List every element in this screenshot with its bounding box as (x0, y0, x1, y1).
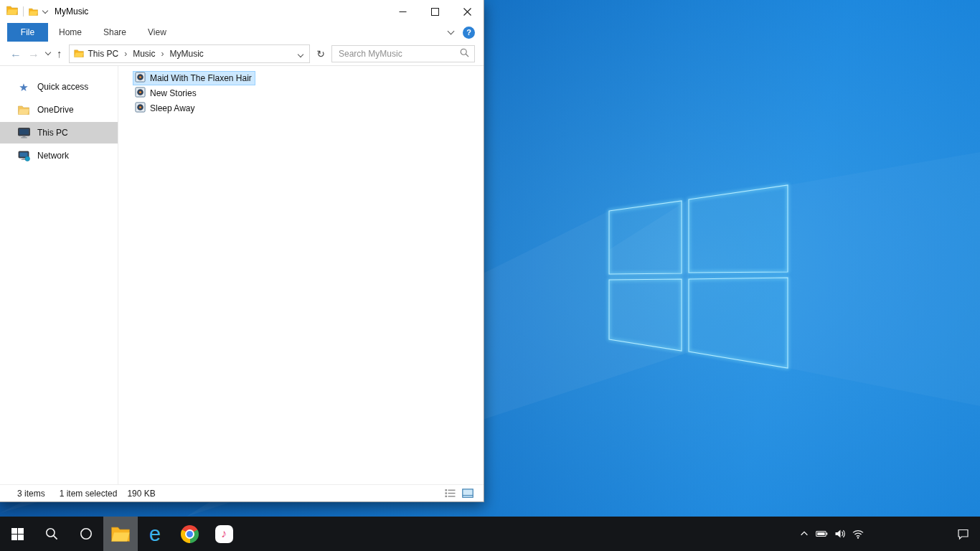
file-item-sleep-away[interactable]: Sleep Away (133, 101, 199, 116)
tab-view[interactable]: View (137, 23, 177, 42)
quick-access-toolbar (0, 5, 47, 18)
search-icon (460, 47, 469, 60)
taskbar-clock-area (867, 517, 946, 551)
start-button[interactable] (0, 517, 34, 551)
search-input[interactable] (337, 48, 456, 60)
sidebar-item-network[interactable]: Network (0, 145, 118, 166)
quick-access-star-icon: ★ (17, 82, 30, 93)
computer-icon (17, 128, 30, 138)
breadcrumb-mymusic[interactable]: MyMusic (168, 49, 206, 59)
battery-icon[interactable] (813, 517, 831, 551)
sidebar-item-label: OneDrive (37, 105, 74, 115)
wifi-network-icon[interactable] (849, 517, 867, 551)
explorer-main: ★ Quick access OneDrive (0, 66, 484, 484)
sidebar-item-label: This PC (37, 128, 68, 138)
system-tray (795, 517, 867, 551)
breadcrumb-separator-icon[interactable]: › (123, 49, 128, 59)
file-item-maid-with-the-flaxen-hair[interactable]: Maid With The Flaxen Hair (133, 71, 255, 85)
show-hidden-icons-chevron-icon[interactable] (795, 517, 813, 551)
qat-folder-icon[interactable] (29, 8, 38, 16)
audio-file-icon (135, 72, 146, 85)
taskbar-chrome-button[interactable] (172, 517, 207, 551)
address-dropdown-chevron-icon[interactable] (296, 48, 306, 59)
explorer-window-icon (6, 5, 18, 18)
large-icons-view-toggle-icon[interactable] (462, 489, 473, 498)
taskbar: e ♪ (0, 517, 980, 551)
onedrive-folder-icon (17, 105, 30, 115)
details-view-toggle-icon[interactable] (445, 489, 456, 498)
file-item-new-stories[interactable]: New Stories (133, 86, 200, 100)
address-box[interactable]: This PC › Music › MyMusic (69, 44, 311, 63)
explorer-window: MyMusic File Home Share View ? ← → ↑ (0, 0, 484, 502)
expand-ribbon-chevron-icon[interactable] (448, 31, 453, 34)
address-bar: ← → ↑ This PC › Music › MyMusic ↻ (0, 42, 484, 66)
action-center-icon[interactable] (946, 517, 980, 551)
recent-locations-chevron-icon[interactable] (46, 52, 50, 55)
audio-file-icon (135, 87, 146, 100)
navigation-pane: ★ Quick access OneDrive (0, 66, 118, 484)
status-bar: 3 items 1 item selected 190 KB (0, 484, 484, 501)
chrome-icon (181, 525, 199, 543)
minimize-button[interactable] (387, 0, 419, 23)
refresh-icon[interactable]: ↻ (316, 48, 325, 60)
file-name: Maid With The Flaxen Hair (150, 73, 252, 83)
breadcrumb-separator-icon[interactable]: › (160, 49, 166, 59)
itunes-icon: ♪ (215, 525, 233, 543)
file-name: New Stories (150, 88, 197, 98)
breadcrumb-music[interactable]: Music (131, 49, 157, 59)
status-selection-size: 190 KB (127, 489, 155, 499)
volume-icon[interactable] (831, 517, 849, 551)
forward-button[interactable]: → (28, 48, 39, 60)
network-icon (17, 151, 30, 161)
maximize-button[interactable] (419, 0, 451, 23)
qat-separator (23, 6, 24, 17)
ribbon-tabs: File Home Share View ? (0, 23, 484, 42)
sidebar-item-label: Quick access (37, 82, 88, 92)
qat-customize-chevron-icon[interactable] (43, 11, 47, 13)
cortana-icon[interactable] (69, 517, 103, 551)
taskbar-search-icon[interactable] (34, 517, 69, 551)
sidebar-item-label: Network (37, 151, 69, 161)
file-name: Sleep Away (150, 103, 195, 113)
internet-explorer-icon: e (149, 524, 161, 545)
up-button[interactable]: ↑ (57, 48, 62, 59)
sidebar-item-onedrive[interactable]: OneDrive (0, 99, 118, 121)
caption-buttons (387, 0, 484, 23)
search-box (331, 45, 475, 62)
titlebar[interactable]: MyMusic (0, 0, 484, 23)
status-selection: 1 item selected (60, 489, 118, 499)
taskbar-file-explorer-button[interactable] (103, 517, 138, 551)
tab-share[interactable]: Share (93, 23, 137, 42)
sidebar-item-this-pc[interactable]: This PC (0, 122, 118, 143)
breadcrumb-this-pc[interactable]: This PC (86, 49, 121, 59)
help-icon[interactable]: ? (463, 27, 475, 39)
back-button[interactable]: ← (10, 48, 22, 60)
file-list: Maid With The Flaxen Hair New Stories (118, 66, 484, 484)
status-item-count: 3 items (17, 489, 45, 499)
sidebar-item-quick-access[interactable]: ★ Quick access (0, 76, 118, 98)
window-title: MyMusic (55, 6, 88, 17)
close-button[interactable] (451, 0, 484, 23)
taskbar-itunes-button[interactable]: ♪ (207, 517, 241, 551)
audio-file-icon (135, 102, 146, 115)
tab-home[interactable]: Home (48, 23, 93, 42)
tab-file[interactable]: File (7, 23, 48, 42)
address-folder-icon (74, 47, 84, 60)
taskbar-internet-explorer-button[interactable]: e (138, 517, 172, 551)
